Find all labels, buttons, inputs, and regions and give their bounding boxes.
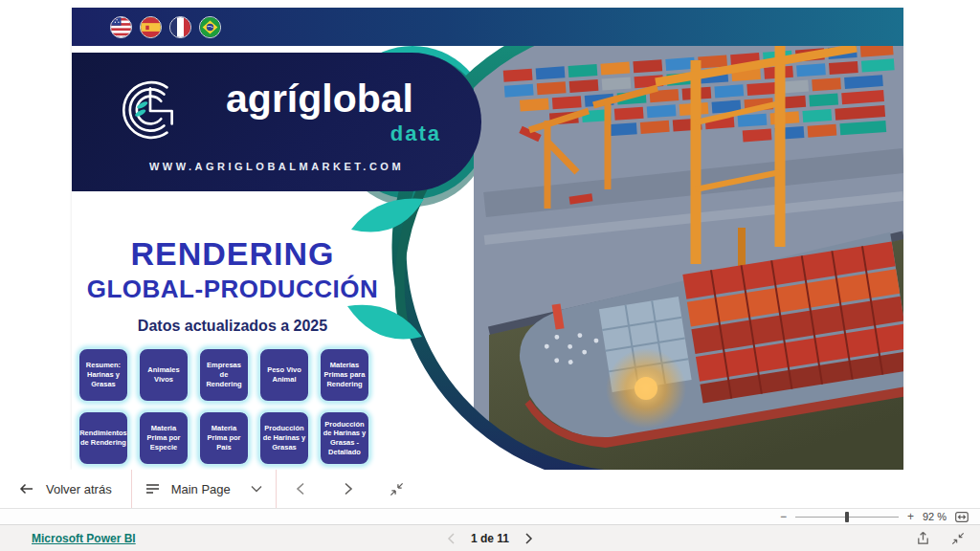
page-list-icon: [145, 483, 160, 495]
nav-button-produccion-harinas[interactable]: Producción de Harinas y Grasas: [258, 410, 310, 466]
status-bar: Microsoft Power BI 1 de 11: [0, 524, 980, 551]
fit-to-page-icon[interactable]: [955, 512, 969, 522]
zoom-slider-thumb[interactable]: [845, 512, 849, 522]
brand-name: agríglobal: [226, 77, 413, 121]
page-subtitle: Datos actualizados a 2025: [72, 318, 393, 335]
logo-panel: agríglobal data WWW.AGRIGLOBALMARKET.COM: [72, 53, 481, 191]
back-button[interactable]: Volver atrás: [0, 470, 131, 508]
nav-button-rendimientos[interactable]: Rendimientos de Rendering: [78, 410, 129, 466]
report-toolbar: Volver atrás Main Page: [0, 470, 980, 508]
language-flags: [110, 16, 221, 38]
status-bar-actions: [916, 525, 965, 551]
collapse-icon[interactable]: [951, 532, 965, 545]
hero-titles: RENDERING GLOBAL-PRODUCCIÓN Datos actual…: [72, 235, 393, 335]
brazil-flag-icon[interactable]: [199, 16, 221, 38]
spain-flag-icon[interactable]: [140, 16, 162, 38]
nav-button-produccion-detallado[interactable]: Producción de Harinas y Grasas - Detalla…: [319, 410, 370, 466]
zoom-slider[interactable]: [795, 517, 899, 518]
focus-mode-icon[interactable]: [372, 470, 421, 508]
usa-flag-icon[interactable]: [110, 16, 132, 38]
zoom-out-icon[interactable]: −: [780, 511, 787, 522]
powerbi-viewer: agríglobal data WWW.AGRIGLOBALMARKET.COM…: [0, 0, 980, 551]
share-icon[interactable]: [916, 531, 930, 545]
zoom-level: 92 %: [923, 511, 947, 522]
report-page: agríglobal data WWW.AGRIGLOBALMARKET.COM…: [72, 8, 903, 470]
nav-button-materia-prima-pais[interactable]: Materia Prima por País: [198, 410, 250, 466]
page-menu-button[interactable]: Main Page: [132, 470, 276, 508]
brand-wordmark: agríglobal data: [194, 79, 445, 119]
nav-button-empresas-rendering[interactable]: Empresas de Rendering: [198, 347, 250, 403]
nav-button-animales-vivos[interactable]: Animales Vivos: [138, 347, 189, 403]
pager-next-icon[interactable]: [524, 533, 533, 544]
page-pager: 1 de 11: [0, 525, 980, 551]
agriglobal-logo-icon: [116, 74, 185, 146]
zoom-bar: − + 92 %: [0, 508, 980, 524]
brand-product: data: [390, 121, 441, 146]
chevron-down-icon: [251, 485, 262, 493]
nav-button-materias-primas[interactable]: Materias Primas para Rendering: [319, 347, 370, 403]
france-flag-icon[interactable]: [169, 16, 191, 38]
report-nav-grid: Resumen: Harinas y Grasas Animales Vivos…: [78, 347, 370, 466]
next-page-button[interactable]: [324, 470, 372, 508]
nav-button-materia-prima-especie[interactable]: Materia Prima por Especie: [138, 410, 189, 466]
page-title-line1: RENDERING: [72, 235, 393, 273]
website-url: WWW.AGRIGLOBALMARKET.COM: [81, 161, 472, 172]
page-title-line2: GLOBAL-PRODUCCIÓN: [72, 275, 393, 304]
back-arrow-icon: [19, 481, 34, 496]
previous-page-button[interactable]: [277, 470, 324, 508]
back-button-label: Volver atrás: [46, 482, 112, 496]
nav-button-resumen-harinas-grasas[interactable]: Resumen: Harinas y Grasas: [78, 347, 129, 403]
nav-button-peso-vivo-animal[interactable]: Peso Vivo Animal: [258, 347, 310, 403]
language-band: [72, 8, 903, 46]
page-menu-label: Main Page: [171, 482, 231, 496]
zoom-in-icon[interactable]: +: [907, 511, 914, 522]
page-indicator: 1 de 11: [471, 532, 509, 545]
pager-previous-icon[interactable]: [447, 533, 456, 544]
